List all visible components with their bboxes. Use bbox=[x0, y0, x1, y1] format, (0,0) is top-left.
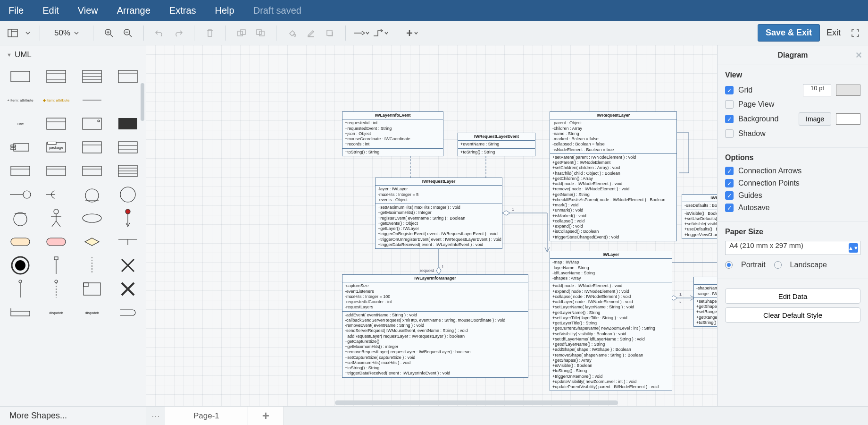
svg-rect-31 bbox=[47, 118, 66, 129]
portrait-radio[interactable] bbox=[725, 261, 733, 269]
svg-rect-43 bbox=[118, 142, 137, 153]
connection-style-button[interactable] bbox=[353, 25, 369, 41]
zoom-display[interactable]: 50% bbox=[48, 28, 85, 38]
guides-checkbox[interactable]: ✓ bbox=[725, 191, 734, 200]
svg-rect-78 bbox=[54, 257, 58, 260]
draft-status: Draft saved bbox=[253, 5, 301, 16]
uml-class-IWLayerInfoEvent[interactable]: IWLayerInfoEvent +requestedid : int +req… bbox=[342, 111, 443, 156]
landscape-radio[interactable] bbox=[774, 261, 782, 269]
svg-point-64 bbox=[54, 209, 58, 214]
page-tab-1[interactable]: Page-1 bbox=[165, 407, 248, 425]
uml-class-IWLayerInterface[interactable]: IWLayerInterface -useDefaults : Boolean … bbox=[682, 194, 717, 239]
menu-arrange[interactable]: Arrange bbox=[117, 5, 150, 16]
section-view-title: View bbox=[725, 71, 860, 79]
save-and-exit-button[interactable]: Save & Exit bbox=[758, 24, 820, 42]
section-options-title: Options bbox=[725, 153, 860, 162]
zoom-out-button[interactable] bbox=[120, 25, 136, 41]
pageview-label: Page View bbox=[738, 100, 774, 109]
svg-rect-50 bbox=[83, 166, 101, 176]
svg-line-8 bbox=[129, 34, 132, 37]
select-arrow-icon: ▲▼ bbox=[849, 243, 858, 253]
menu-help[interactable]: Help bbox=[215, 5, 234, 16]
sidebar-section-header[interactable]: ▼ UML bbox=[0, 45, 146, 64]
svg-point-85 bbox=[55, 280, 58, 283]
waypoint-style-button[interactable] bbox=[372, 25, 388, 41]
clear-default-style-button[interactable]: Clear Default Style bbox=[725, 307, 860, 323]
pageview-checkbox[interactable] bbox=[725, 100, 734, 109]
shadow-button[interactable] bbox=[322, 25, 338, 41]
menu-extras[interactable]: Extras bbox=[169, 5, 196, 16]
tab-menu-button[interactable]: ⋯ bbox=[146, 407, 165, 425]
menu-view[interactable]: View bbox=[78, 5, 98, 16]
background-color-swatch[interactable] bbox=[836, 113, 860, 125]
chevron-down-icon bbox=[74, 31, 79, 35]
uml-class-IWRequestLayerEvent[interactable]: IWRequestLayerEvent +eventName : String … bbox=[458, 133, 535, 156]
canvas[interactable]: request1 1 1* IWLayerInfoEve bbox=[146, 45, 717, 406]
format-panel: Diagram ✕ View ✓ Grid 10 pt Page View ✓ … bbox=[717, 45, 868, 406]
insert-button[interactable] bbox=[404, 25, 420, 41]
shadow-checkbox[interactable] bbox=[725, 129, 734, 138]
sidebar-chevron-icon[interactable] bbox=[24, 25, 32, 41]
add-page-button[interactable]: + bbox=[248, 407, 284, 425]
svg-point-34 bbox=[98, 120, 100, 122]
uml-class-IWShape[interactable]: IWShape -shapeName : String -range : IWR… bbox=[693, 277, 717, 327]
fullscreen-button[interactable] bbox=[847, 25, 863, 41]
close-panel-button[interactable]: ✕ bbox=[855, 50, 862, 60]
grid-size-input[interactable]: 10 pt bbox=[803, 84, 831, 96]
fill-color-button[interactable] bbox=[284, 25, 300, 41]
toggle-sidebar-button[interactable] bbox=[5, 25, 21, 41]
svg-point-14 bbox=[294, 34, 296, 36]
svg-text:1: 1 bbox=[512, 207, 514, 212]
svg-rect-91 bbox=[11, 311, 30, 316]
more-shapes-button[interactable]: More Shapes... bbox=[0, 407, 146, 425]
svg-rect-35 bbox=[118, 118, 137, 129]
grid-color-swatch[interactable] bbox=[836, 85, 860, 96]
to-front-button[interactable] bbox=[234, 25, 250, 41]
menu-file[interactable]: File bbox=[8, 5, 24, 16]
shadow-label: Shadow bbox=[738, 129, 766, 138]
svg-point-83 bbox=[19, 280, 22, 283]
background-checkbox[interactable]: ✓ bbox=[725, 115, 734, 123]
background-label: Background bbox=[738, 115, 794, 123]
svg-point-70 bbox=[125, 209, 130, 214]
autosave-label: Autosave bbox=[738, 204, 770, 212]
toolbar: 50% S bbox=[0, 21, 868, 45]
shape-palette[interactable]: + item: attribute ◆ item: attribute Titl… bbox=[0, 64, 146, 406]
zoom-in-button[interactable] bbox=[101, 25, 117, 41]
to-back-button[interactable] bbox=[252, 25, 268, 41]
grid-label: Grid bbox=[738, 86, 798, 94]
uml-class-IWLayer[interactable]: IWLayer -map : IWMap -layerName : String… bbox=[550, 251, 672, 391]
autosave-checkbox[interactable]: ✓ bbox=[725, 204, 734, 212]
background-image-button[interactable]: Image bbox=[799, 112, 831, 126]
uml-class-IWRequestLayer[interactable]: IWRequestLayer -layer : IWLayer -maxHits… bbox=[375, 178, 502, 249]
conn-points-checkbox[interactable]: ✓ bbox=[725, 179, 734, 187]
svg-rect-12 bbox=[259, 31, 264, 36]
panel-title: Diagram bbox=[777, 51, 808, 60]
svg-point-69 bbox=[83, 214, 101, 222]
uml-class-IWLayerInfoManager[interactable]: IWLayerInfoManager -captureSize -eventLi… bbox=[342, 274, 528, 378]
shape-sidebar: ▼ UML + item: attribute ◆ item: attribut… bbox=[0, 45, 146, 406]
horizontal-scrollbar[interactable] bbox=[335, 400, 618, 405]
svg-rect-40 bbox=[48, 142, 56, 144]
portrait-label: Portrait bbox=[741, 261, 766, 269]
svg-text:1: 1 bbox=[679, 292, 682, 297]
paper-size-select[interactable]: A4 (210 mm x 297 mm) ▲▼ bbox=[725, 241, 860, 255]
edit-data-button[interactable]: Edit Data bbox=[725, 289, 860, 304]
svg-rect-10 bbox=[238, 31, 242, 36]
conn-points-label: Connection Points bbox=[738, 179, 800, 187]
svg-line-68 bbox=[56, 221, 60, 227]
undo-button[interactable] bbox=[151, 25, 167, 41]
svg-rect-28 bbox=[118, 70, 137, 83]
uml-class-IWRequestLayer-node[interactable]: IWRequestLayer -parent : Object -childre… bbox=[550, 111, 677, 241]
line-color-button[interactable] bbox=[303, 25, 319, 41]
redo-button[interactable] bbox=[170, 25, 186, 41]
grid-checkbox[interactable]: ✓ bbox=[725, 86, 734, 94]
conn-arrows-checkbox[interactable]: ✓ bbox=[725, 167, 734, 175]
menu-bar: File Edit View Arrange Extras Help Draft… bbox=[0, 0, 868, 21]
section-paper-title: Paper Size bbox=[725, 228, 860, 236]
menu-edit[interactable]: Edit bbox=[42, 5, 58, 16]
exit-button[interactable]: Exit bbox=[825, 25, 843, 41]
delete-button[interactable] bbox=[202, 25, 218, 41]
svg-rect-46 bbox=[11, 166, 30, 176]
svg-rect-0 bbox=[8, 29, 17, 37]
